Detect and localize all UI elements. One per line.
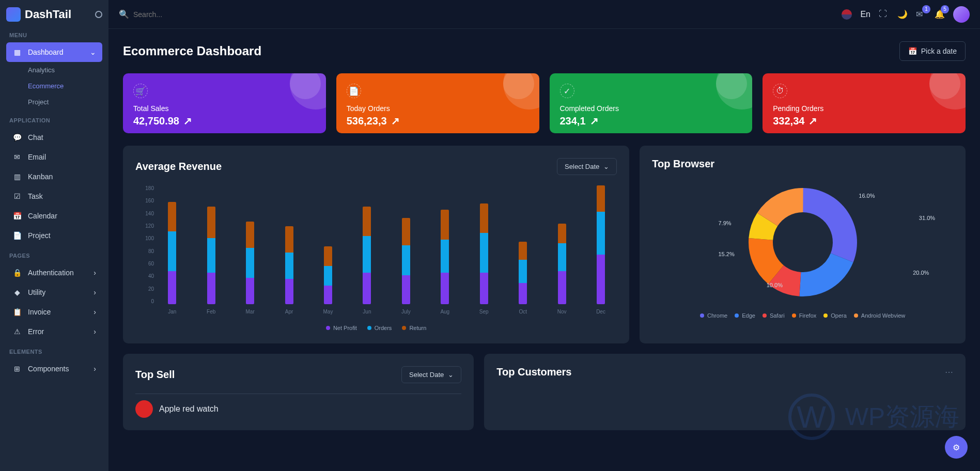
chevron-down-icon: ⌄: [90, 48, 96, 56]
stat-label: Today Orders: [347, 104, 529, 113]
check-icon: ✓: [560, 84, 574, 98]
logo-text: DashTail: [25, 8, 71, 21]
select-date-button[interactable]: Select Date ⌄: [401, 366, 461, 383]
card-title: Average Revenue: [135, 161, 222, 172]
nav-dashboard[interactable]: ▦ Dashboard ⌄: [6, 42, 102, 62]
stat-label: Total Sales: [133, 104, 316, 113]
revenue-card: Average Revenue Select Date ⌄ 1801601401…: [123, 146, 629, 343]
browser-legend: Chrome Edge Safari Firefox Opera Android…: [652, 312, 953, 319]
section-menu: MENU: [9, 32, 99, 38]
chevron-right-icon: ›: [94, 327, 96, 336]
select-date-button[interactable]: Select Date ⌄: [557, 158, 617, 175]
trend-up-icon: ↗: [590, 115, 599, 127]
card-head: Top Browser: [652, 158, 953, 170]
sub-analytics[interactable]: Analytics: [6, 62, 102, 78]
sidebar: DashTail MENU ▦ Dashboard ⌄ Analytics Ec…: [0, 0, 108, 471]
sidebar-toggle-icon[interactable]: [95, 11, 102, 18]
lang-label[interactable]: En: [860, 10, 870, 19]
stat-completed-orders: ✓ Completed Orders 234,1 ↗: [550, 73, 753, 133]
nav-kanban[interactable]: ▥ Kanban: [6, 167, 102, 186]
legend-label: Edge: [742, 312, 755, 319]
main: 🔍 En ⛶ 🌙 ✉ 1 🔔 5 Ecommerce Dashboard 📅 P…: [108, 0, 980, 471]
nav-error[interactable]: ⚠ Error ›: [6, 322, 102, 341]
avatar[interactable]: [953, 6, 970, 23]
lock-icon: 🔒: [12, 268, 22, 277]
topsell-card: Top Sell Select Date ⌄ Apple red watch: [123, 354, 474, 430]
donut-labels: 16.0% 31.0% 20.0% 10.0% 15.2% 7.9%: [652, 180, 953, 304]
pick-date-button[interactable]: 📅 Pick a date: [899, 41, 966, 61]
trend-up-icon: ↗: [183, 115, 192, 127]
nav-invoice[interactable]: 📋 Invoice ›: [6, 302, 102, 322]
logo[interactable]: DashTail: [6, 7, 102, 22]
nav-components[interactable]: ⊞ Components ›: [6, 359, 102, 379]
fullscreen-icon[interactable]: ⛶: [879, 9, 889, 20]
select-date-label: Select Date: [565, 163, 599, 170]
nav-task[interactable]: ☑ Task: [6, 186, 102, 206]
more-icon[interactable]: ⋯: [945, 367, 953, 377]
card-head: Average Revenue Select Date ⌄: [135, 158, 617, 175]
chevron-down-icon: ⌄: [603, 163, 609, 170]
section-application: APPLICATION: [9, 117, 99, 123]
nav-authentication[interactable]: 🔒 Authentication ›: [6, 263, 102, 282]
calendar-icon: 📅: [908, 47, 917, 55]
section-elements: ELEMENTS: [9, 349, 99, 355]
trend-up-icon: ↗: [391, 115, 400, 127]
card-title: Top Customers: [496, 366, 571, 378]
search-input[interactable]: [133, 10, 224, 19]
chevron-right-icon: ›: [94, 288, 96, 296]
theme-icon[interactable]: 🌙: [897, 9, 908, 20]
mail-badge: 1: [922, 5, 930, 13]
nav-label: Dashboard: [28, 48, 64, 56]
bell-icon[interactable]: 🔔 5: [935, 9, 945, 20]
bottom-row: Top Sell Select Date ⌄ Apple red watch T…: [123, 354, 966, 430]
legend-label: Chrome: [707, 312, 727, 319]
nav-chat[interactable]: 💬 Chat: [6, 128, 102, 147]
utility-icon: ◆: [12, 288, 22, 297]
error-icon: ⚠: [12, 327, 22, 336]
card-head: Top Sell Select Date ⌄: [135, 366, 461, 383]
search-icon: 🔍: [119, 9, 129, 19]
fab-button[interactable]: ⚙: [945, 436, 968, 459]
topbar-right: En ⛶ 🌙 ✉ 1 🔔 5: [842, 6, 970, 23]
nav-label: Chat: [28, 133, 43, 142]
nav-label: Email: [28, 153, 46, 161]
search[interactable]: 🔍: [119, 9, 833, 19]
nav-label: Utility: [28, 288, 45, 296]
task-icon: ☑: [12, 192, 22, 201]
charts-row: Average Revenue Select Date ⌄ 1801601401…: [123, 146, 966, 343]
sub-project[interactable]: Project: [6, 94, 102, 110]
select-date-label: Select Date: [409, 371, 444, 379]
sub-ecommerce[interactable]: Ecommerce: [6, 78, 102, 94]
nav-utility[interactable]: ◆ Utility ›: [6, 282, 102, 302]
card-title: Top Browser: [652, 158, 714, 170]
list-item[interactable]: Apple red watch: [135, 394, 461, 418]
chevron-right-icon: ›: [94, 365, 96, 373]
invoice-icon: 📋: [12, 307, 22, 317]
stat-label: Completed Orders: [560, 104, 742, 113]
stat-label: Pending Orders: [773, 104, 955, 113]
topbar: 🔍 En ⛶ 🌙 ✉ 1 🔔 5: [108, 0, 980, 29]
nav-label: Kanban: [28, 172, 53, 181]
components-icon: ⊞: [12, 364, 22, 373]
browser-card: Top Browser 16.0% 31.0% 20.0% 10.0% 15.2…: [640, 146, 966, 343]
stat-value: 234,1: [560, 115, 586, 127]
stat-total-sales: 🛒 Total Sales 42,750.98 ↗: [123, 73, 326, 133]
nav-calendar[interactable]: 📅 Calendar: [6, 206, 102, 226]
pct-label: 7.9%: [719, 220, 732, 226]
nav-label: Invoice: [28, 308, 51, 316]
stat-value: 42,750.98: [133, 115, 179, 127]
mail-icon[interactable]: ✉ 1: [916, 9, 926, 20]
bell-badge: 5: [941, 5, 949, 13]
nav-label: Components: [28, 365, 69, 373]
flag-icon[interactable]: [842, 9, 852, 20]
legend-item: Orders: [367, 325, 392, 331]
legend-item: Edge: [735, 312, 755, 319]
product-thumb: [135, 400, 153, 418]
revenue-legend: Net Profit Orders Return: [135, 325, 617, 331]
trend-up-icon: ↗: [808, 115, 817, 127]
nav-email[interactable]: ✉ Email: [6, 147, 102, 167]
stat-value: 536,23,3: [347, 115, 387, 127]
nav-project[interactable]: 📄 Project: [6, 226, 102, 245]
legend-label: Firefox: [799, 312, 817, 319]
legend-item: Net Profit: [326, 325, 357, 331]
